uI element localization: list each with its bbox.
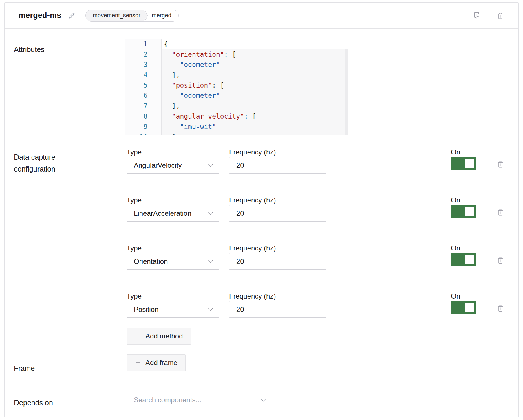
frequency-input[interactable]: 20 [229, 157, 326, 174]
depends-on-placeholder: Search components... [134, 396, 260, 404]
toggle-knob [465, 159, 474, 168]
code-line: 6 "odometer" [125, 91, 348, 101]
chevron-down-icon [207, 308, 213, 311]
type-label: Type [127, 196, 219, 204]
chevron-down-icon [207, 260, 213, 263]
chevron-down-icon [260, 398, 266, 402]
capture-toggle[interactable] [451, 301, 476, 314]
capture-rows: Type AngularVelocity Frequency (hz) 20 O… [127, 148, 505, 318]
add-method-label: Add method [145, 332, 183, 340]
type-select-value: LinearAcceleration [134, 209, 207, 218]
frame-label: Frame [14, 362, 35, 374]
delete-method-icon[interactable] [496, 256, 504, 264]
plus-icon [135, 360, 141, 366]
type-label: Type [127, 148, 219, 156]
duplicate-component-icon[interactable] [473, 11, 481, 20]
add-frame-label: Add frame [145, 359, 178, 367]
depends-on-label: Depends on [14, 397, 53, 409]
frequency-label: Frequency (hz) [229, 292, 326, 300]
form-area: Type AngularVelocity Frequency (hz) 20 O… [127, 148, 505, 408]
type-label: Type [127, 244, 219, 252]
frequency-input[interactable]: 20 [229, 301, 326, 318]
attributes-code-editor[interactable]: 1{2 "orientation": [3 "odometer"4 ],5 "p… [125, 39, 348, 135]
frequency-value: 20 [236, 257, 244, 266]
code-line: 10 ] [125, 132, 348, 135]
code-line: 4 ], [125, 70, 348, 80]
data-capture-row: Type Position Frequency (hz) 20 On [127, 292, 505, 318]
toggle-knob [465, 207, 474, 216]
on-label: On [451, 292, 476, 300]
code-line: 7 ], [125, 101, 348, 111]
breadcrumb-model: merged [148, 10, 178, 21]
frequency-input[interactable]: 20 [229, 253, 326, 270]
frequency-value: 20 [236, 161, 244, 170]
type-select[interactable]: Orientation [127, 253, 219, 270]
code-line: 9 "imu-wit" [125, 122, 348, 132]
attributes-label: Attributes [14, 44, 45, 56]
code-line: 3 "odometer" [125, 60, 348, 70]
code-line: 1{ [125, 39, 348, 49]
type-label: Type [127, 292, 219, 300]
chevron-down-icon [207, 212, 213, 215]
code-lines: 1{2 "orientation": [3 "odometer"4 ],5 "p… [125, 39, 348, 135]
component-body: Attributes 1{2 "orientation": [3 "odomet… [5, 29, 518, 417]
type-select[interactable]: AngularVelocity [127, 157, 219, 174]
plus-icon [135, 333, 141, 339]
frequency-label: Frequency (hz) [229, 196, 326, 204]
type-select[interactable]: Position [127, 301, 219, 318]
frequency-label: Frequency (hz) [229, 148, 326, 156]
data-capture-row: Type LinearAcceleration Frequency (hz) 2… [127, 196, 505, 234]
component-header: merged-ms movement_sensor merged [5, 3, 518, 29]
data-capture-row: Type Orientation Frequency (hz) 20 On [127, 244, 505, 282]
type-select-value: Orientation [134, 257, 207, 266]
frequency-value: 20 [236, 209, 244, 218]
capture-toggle[interactable] [451, 205, 476, 218]
capture-toggle[interactable] [451, 157, 476, 170]
breadcrumb-type: movement_sensor [86, 10, 147, 21]
component-card: merged-ms movement_sensor merged [4, 2, 519, 417]
code-line: 2 "orientation": [ [125, 49, 348, 60]
delete-component-icon[interactable] [496, 12, 504, 20]
type-select-value: AngularVelocity [134, 161, 207, 170]
frequency-value: 20 [236, 305, 244, 314]
on-label: On [451, 196, 476, 204]
toggle-knob [465, 255, 474, 264]
add-method-button[interactable]: Add method [127, 328, 191, 345]
code-line: 8 "angular_velocity": [ [125, 111, 348, 122]
chevron-down-icon [207, 164, 213, 167]
breadcrumb: movement_sensor merged [85, 10, 178, 22]
on-label: On [451, 148, 476, 156]
edit-name-icon[interactable] [68, 12, 76, 19]
type-select[interactable]: LinearAcceleration [127, 205, 219, 222]
delete-method-icon[interactable] [496, 208, 504, 216]
code-line: 5 "position": [ [125, 80, 348, 91]
data-capture-row: Type AngularVelocity Frequency (hz) 20 O… [127, 148, 505, 186]
depends-on-select[interactable]: Search components... [127, 392, 273, 408]
type-select-value: Position [134, 305, 207, 314]
capture-toggle[interactable] [451, 253, 476, 266]
data-capture-label: Data capture configuration [14, 151, 78, 175]
delete-method-icon[interactable] [496, 304, 504, 312]
frequency-input[interactable]: 20 [229, 205, 326, 222]
component-name: merged-ms [19, 11, 61, 20]
add-frame-button[interactable]: Add frame [127, 354, 186, 371]
toggle-knob [465, 303, 474, 312]
frequency-label: Frequency (hz) [229, 244, 326, 252]
delete-method-icon[interactable] [496, 160, 504, 168]
on-label: On [451, 244, 476, 252]
